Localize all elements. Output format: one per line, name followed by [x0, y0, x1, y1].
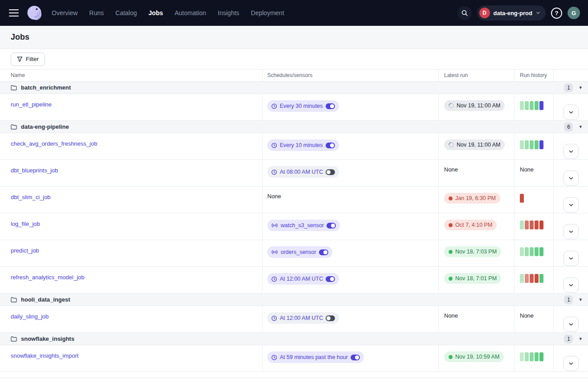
run-history-bar[interactable]	[525, 352, 529, 361]
run-history-bar[interactable]	[539, 140, 543, 149]
schedule-pill[interactable]: Every 10 minutes	[267, 139, 339, 151]
nav-item-automation[interactable]: Automation	[175, 9, 206, 16]
nav-item-jobs[interactable]: Jobs	[148, 9, 163, 16]
run-history-bar[interactable]	[520, 274, 524, 283]
schedule-cell: orders_sensor	[263, 240, 439, 266]
nav-item-deployment[interactable]: Deployment	[251, 9, 284, 16]
collapse-caret-icon[interactable]: ▾	[579, 336, 582, 341]
run-history-bar[interactable]	[535, 140, 539, 149]
group-row[interactable]: snowflake_insights1▾	[0, 333, 588, 345]
schedule-toggle[interactable]	[326, 169, 335, 175]
workspace-switcher[interactable]: D data-eng-prod	[477, 5, 546, 20]
run-history-bar[interactable]	[525, 274, 529, 283]
help-button[interactable]: ?	[551, 8, 562, 19]
expand-row-button[interactable]	[564, 224, 579, 239]
schedule-toggle[interactable]	[326, 315, 335, 321]
nav-item-overview[interactable]: Overview	[52, 9, 78, 16]
run-history-bar[interactable]	[520, 352, 524, 361]
latest-run-pill[interactable]: Nov 19, 10:59 AM	[444, 351, 504, 362]
filter-button[interactable]: Filter	[11, 53, 45, 66]
run-history-bar[interactable]	[535, 352, 539, 361]
latest-run-pill[interactable]: Nov 19, 11:00 AM	[444, 139, 505, 150]
group-row[interactable]: hooli_data_ingest1▾	[0, 294, 588, 306]
user-avatar[interactable]: G	[568, 7, 580, 19]
run-history-bar[interactable]	[520, 220, 524, 229]
nav-item-catalog[interactable]: Catalog	[115, 9, 137, 16]
latest-run-timestamp: Jan 19, 6:30 PM	[455, 195, 496, 201]
nav-item-insights[interactable]: Insights	[218, 9, 239, 16]
collapse-caret-icon[interactable]: ▾	[579, 85, 582, 90]
job-link[interactable]: run_etl_pipeline	[11, 101, 52, 108]
job-link[interactable]: dbt_blueprints_job	[11, 167, 58, 174]
run-history-bar[interactable]	[535, 274, 539, 283]
run-history-bar[interactable]	[535, 101, 539, 110]
run-history-bar[interactable]	[520, 247, 524, 256]
schedule-pill[interactable]: At 12:00 AM UTC	[267, 273, 339, 285]
schedule-pill[interactable]: At 08:00 AM UTC	[267, 166, 339, 178]
expand-row-button[interactable]	[564, 197, 579, 212]
group-count-badge: 1	[564, 295, 573, 304]
schedule-pill[interactable]: At 59 minutes past the hour	[267, 351, 364, 363]
schedule-pill[interactable]: At 12:00 AM UTC	[267, 312, 339, 324]
expand-row-button[interactable]	[564, 144, 579, 159]
nav-item-runs[interactable]: Runs	[89, 9, 104, 16]
sensor-pill[interactable]: watch_s3_sensor	[267, 220, 340, 231]
menu-icon[interactable]	[9, 9, 19, 16]
expand-row-button[interactable]	[564, 251, 579, 266]
dagster-logo-icon[interactable]	[26, 4, 43, 21]
latest-run-pill[interactable]: Nov 18, 7:01 PM	[444, 273, 501, 284]
job-link[interactable]: daily_sling_job	[11, 313, 49, 320]
latest-run-pill[interactable]: Oct 7, 4:10 PM	[444, 220, 497, 230]
schedule-toggle[interactable]	[326, 103, 335, 109]
collapse-caret-icon[interactable]: ▾	[579, 297, 582, 302]
group-row[interactable]: data-eng-pipeline6▾	[0, 121, 588, 133]
run-history-bar[interactable]	[520, 194, 524, 203]
run-history-none-label: None	[520, 312, 553, 319]
run-history-bar[interactable]	[535, 220, 539, 229]
expand-row-button[interactable]	[564, 171, 579, 186]
group-row[interactable]: batch_enrichment1▾	[0, 82, 588, 94]
job-link[interactable]: predict_job	[11, 247, 39, 254]
schedule-toggle[interactable]	[326, 143, 335, 148]
run-history-bar[interactable]	[530, 274, 534, 283]
run-history-bar[interactable]	[520, 140, 524, 149]
latest-run-timestamp: Nov 19, 10:59 AM	[455, 354, 499, 360]
chevron-down-icon	[568, 282, 574, 288]
run-history-bar[interactable]	[525, 220, 529, 229]
collapse-caret-icon[interactable]: ▾	[579, 124, 582, 129]
run-history-bar[interactable]	[539, 101, 543, 110]
search-button[interactable]	[457, 6, 472, 20]
job-link[interactable]: log_file_job	[11, 220, 40, 227]
expand-row-button[interactable]	[564, 105, 579, 120]
latest-run-pill[interactable]: Nov 19, 11:00 AM	[444, 100, 505, 111]
latest-run-pill[interactable]: Nov 18, 7:03 PM	[444, 246, 501, 257]
run-history-bar[interactable]	[539, 220, 543, 229]
schedule-pill[interactable]: Every 30 minutes	[267, 100, 339, 112]
run-history-bar[interactable]	[525, 101, 529, 110]
job-link[interactable]: snowflake_insights_import	[11, 352, 78, 359]
run-history-bar[interactable]	[530, 140, 534, 149]
run-history-bar[interactable]	[539, 247, 543, 256]
run-history-bar[interactable]	[530, 247, 534, 256]
run-history-bar[interactable]	[530, 220, 534, 229]
run-history-bar[interactable]	[525, 247, 529, 256]
latest-run-pill[interactable]: Jan 19, 6:30 PM	[444, 193, 500, 204]
schedule-toggle[interactable]	[319, 249, 328, 255]
schedule-toggle[interactable]	[327, 223, 336, 229]
run-history-bar[interactable]	[539, 352, 543, 361]
sensor-pill[interactable]: orders_sensor	[267, 246, 332, 258]
job-link[interactable]: refresh_analytics_model_job	[11, 274, 84, 281]
job-link[interactable]: check_avg_orders_freshness_job	[11, 140, 97, 147]
expand-row-button[interactable]	[564, 278, 579, 293]
expand-row-button[interactable]	[564, 356, 579, 371]
schedule-toggle[interactable]	[326, 276, 335, 282]
run-history-bar[interactable]	[535, 247, 539, 256]
schedule-toggle[interactable]	[351, 355, 360, 360]
job-link[interactable]: dbt_slim_ci_job	[11, 194, 51, 200]
run-history-bar[interactable]	[530, 352, 534, 361]
run-history-bar[interactable]	[525, 140, 529, 149]
run-history-bar[interactable]	[530, 101, 534, 110]
run-history-bar[interactable]	[520, 101, 524, 110]
expand-row-button[interactable]	[564, 317, 579, 332]
run-history-bar[interactable]	[539, 274, 543, 283]
